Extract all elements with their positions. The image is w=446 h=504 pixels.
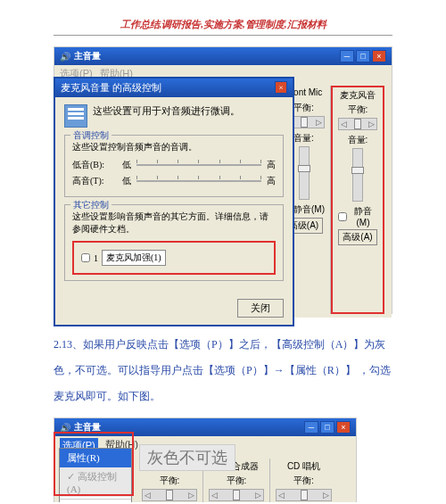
treble-slider[interactable] bbox=[136, 176, 261, 186]
advanced-button[interactable]: 高级(A) bbox=[338, 229, 376, 245]
channel-cd: CD 唱机 平衡: ◁▷ 音量: bbox=[270, 459, 337, 502]
volume-icon: 🔊 bbox=[60, 52, 70, 62]
page-header-text: 工作总结,调研报告,实施方案,管理制度,汇报材料 bbox=[54, 18, 392, 31]
mic-boost-label: 麦克风加强(1) bbox=[102, 250, 166, 266]
volume-icon: 🔊 bbox=[60, 423, 70, 433]
other-control-group: 其它控制 这些设置影响音频声音的其它方面。详细信息，请参阅硬件文档。 1 麦克风… bbox=[64, 204, 284, 281]
window-title: 主音量 bbox=[74, 50, 101, 62]
bass-slider[interactable] bbox=[136, 160, 261, 170]
dialog-info-text: 这些设置可用于对音频进行微调。 bbox=[93, 104, 240, 118]
window-titlebar: 🔊 主音量 ─ □ × bbox=[54, 47, 392, 65]
volume-slider[interactable] bbox=[299, 146, 310, 200]
highlight-box: 1 麦克风加强(1) bbox=[72, 241, 276, 275]
dialog-close-icon[interactable]: × bbox=[275, 81, 287, 94]
balance-slider[interactable]: ◁▷ bbox=[142, 489, 197, 501]
maximize-button[interactable]: □ bbox=[356, 50, 370, 62]
maximize-button[interactable]: □ bbox=[320, 421, 334, 434]
mic-boost-checkbox[interactable] bbox=[81, 253, 90, 262]
volume-slider[interactable] bbox=[352, 148, 363, 202]
minimize-button[interactable]: ─ bbox=[304, 421, 318, 434]
balance-slider[interactable]: ◁▷ bbox=[276, 489, 332, 501]
advanced-dialog: 麦克风音量 的高级控制 × 这些设置可用于对音频进行微调。 音调控制 这些设置控… bbox=[54, 77, 294, 326]
gray-annotation: 灰色不可选 bbox=[139, 444, 235, 471]
figure-2: 🔊 主音量 ─ □ × 选项(P) 帮助(H) 波形 平衡: ◁▷ 音量: bbox=[54, 417, 392, 502]
instruction-paragraph: 2.13、如果用户反映点击【选项（P）】之后，【高级控制（A）】为灰色，不可选。… bbox=[54, 332, 392, 409]
highlight-box-menu bbox=[54, 432, 134, 496]
balance-slider[interactable]: ◁▷ bbox=[338, 118, 377, 130]
balance-slider[interactable]: ◁▷ bbox=[209, 489, 264, 501]
dialog-close-button[interactable]: 关闭 bbox=[237, 299, 284, 318]
tone-control-group: 音调控制 这些设置控制音频声音的音调。 低音(B): 低 高 高音(T): 低 … bbox=[64, 135, 284, 197]
menu-item-exit[interactable]: 退出(X) bbox=[60, 501, 131, 502]
info-icon bbox=[64, 104, 87, 128]
menu-separator bbox=[60, 499, 131, 500]
mute-checkbox[interactable] bbox=[338, 212, 347, 221]
close-button[interactable]: × bbox=[372, 50, 386, 62]
page-header-rule bbox=[54, 35, 392, 36]
figure-1: 🔊 主音量 ─ □ × 选项(P) 帮助(H) 唱机 平衡: bbox=[54, 46, 392, 314]
close-button[interactable]: × bbox=[336, 421, 351, 434]
channel-mic: 麦克风音量 平衡: ◁▷ 音量: 静音(M) 高级(A) bbox=[331, 86, 384, 314]
dialog-title: 麦克风音量 的高级控制 bbox=[61, 81, 161, 95]
minimize-button[interactable]: ─ bbox=[340, 50, 354, 62]
